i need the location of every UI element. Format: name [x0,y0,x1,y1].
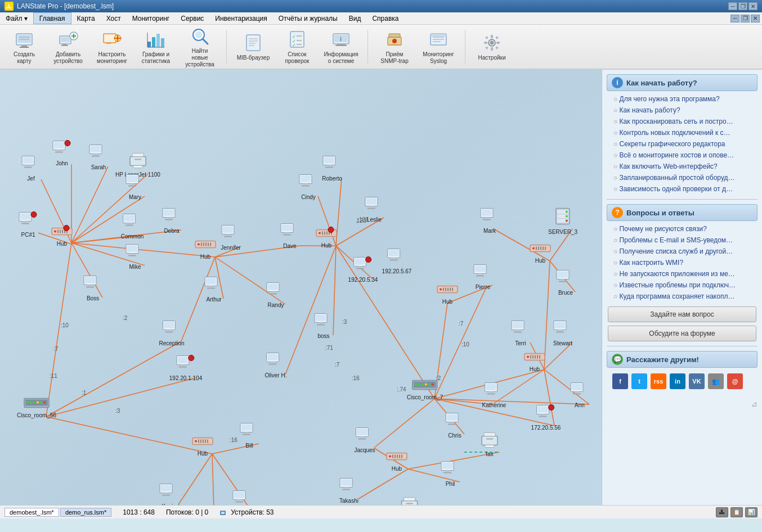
node-Jennifer[interactable]: Jennifer [221,224,241,251]
node-Hub8[interactable]: Hub [191,435,214,457]
menu-home[interactable]: Главная [33,12,71,24]
node-Pierre[interactable]: Pierre [473,264,493,290]
node-192_20_5_34[interactable]: 192.20.5.34 [348,256,378,283]
node-Ann[interactable]: Ann [570,382,590,408]
menu-monitoring[interactable]: Мониторинг [127,12,176,24]
titlebar-controls[interactable]: ─ ❐ ✕ [728,2,757,10]
node-Common[interactable]: Common [121,213,144,240]
qa-link-4[interactable]: Не запускаются приложения из ме… [607,268,757,279]
menu-host[interactable]: Хост [101,12,127,24]
menu-service[interactable]: Сервис [175,12,209,24]
monitor-settings-button[interactable]: Настроить мониторинг [92,27,132,66]
node-123[interactable]: 123 [356,217,366,224]
node-Stewart[interactable]: Stewart [553,320,573,346]
qa-link-0[interactable]: Почему не рисуются связи? [607,223,757,235]
menu-map[interactable]: Карта [71,12,101,24]
menu-inventory[interactable]: Инвентаризация [209,12,272,24]
win-minimize-button[interactable]: ─ [730,15,739,22]
node-Mary[interactable]: Mary [125,174,145,200]
node-Hub1[interactable]: Hub [51,225,73,247]
menu-view[interactable]: Вид [343,12,367,24]
rss-button[interactable]: rss [651,373,666,389]
charts-button[interactable]: Графики и статистика [136,27,176,66]
node-Debra[interactable]: Debra [162,208,182,234]
linkedin-button[interactable]: in [670,373,685,389]
node-SERVER_3[interactable]: SERVER_3 [548,206,577,235]
vk-button[interactable]: VK [689,373,705,389]
ask-question-button[interactable]: Задайте нам вопрос [608,306,756,322]
menu-file[interactable]: Файл ▾ [0,12,33,24]
how-to-link-4[interactable]: Секреты графического редактора [607,138,757,150]
node-John[interactable]: John [52,140,72,166]
find-devices-button[interactable]: Найти новые устройства [180,27,219,66]
email-button[interactable]: @ [727,373,743,389]
create-map-button[interactable]: Создать карту [5,27,44,66]
node-Mike[interactable]: Mike [125,244,145,270]
node-Randy[interactable]: Randy [266,282,286,308]
node-Jacques[interactable]: Jacques [354,427,375,453]
node-Hub5[interactable]: Hub [523,350,546,372]
node-Hub3[interactable]: Hub [315,227,338,249]
minimize-button[interactable]: ─ [728,2,737,10]
node-Hub4[interactable]: Hub [436,283,459,305]
node-Arthur[interactable]: Arthur [204,276,224,303]
how-to-link-1[interactable]: Как начать работу? [607,105,757,116]
node-192_20_5_67[interactable]: 192.20.5.67 [382,248,412,274]
node-Takashi[interactable]: Takashi [339,477,359,504]
node-Dave[interactable]: Dave [280,223,300,249]
how-to-link-7[interactable]: Запланированный простой оборуд… [607,172,757,183]
qa-link-2[interactable]: Получение списка служб и другой… [607,246,757,257]
qa-link-3[interactable]: Как настроить WMI? [607,257,757,268]
how-to-link-5[interactable]: Всё о мониторинге хостов и опове… [607,150,757,161]
mib-button[interactable]: MIB-браузер [234,27,273,66]
resize-handle[interactable]: ⊿ [602,397,762,411]
system-info-button[interactable]: i Информация о системе [321,27,361,66]
menu-reports[interactable]: Отчёты и журналы [273,12,343,24]
facebook-button[interactable]: f [612,373,628,389]
menu-help[interactable]: Справка [366,12,404,24]
how-to-link-3[interactable]: Контроль новых подключений к с… [607,127,757,138]
node-Hub6[interactable]: Hub [529,242,552,264]
node-Chris[interactable]: Chris [445,412,465,439]
status-icon-3[interactable]: 📊 [745,507,757,517]
node-Leslie[interactable]: Leslie [364,196,384,223]
node-Sarah[interactable]: Sarah [88,144,109,170]
node-Jef[interactable]: Jef [21,155,41,182]
node-Kelly[interactable]: Kelly [232,490,252,506]
status-icon-2[interactable]: 📋 [730,507,743,517]
status-icon-1[interactable]: 🖧 [716,507,728,517]
tab-demobest[interactable]: demobest_.lsm* [5,508,59,517]
people-button[interactable]: 👥 [708,373,724,389]
node-Bill[interactable]: Bill [239,422,259,449]
how-to-link-6[interactable]: Как включить Web-интерфейс? [607,161,757,172]
qa-link-6[interactable]: Куда программа сохраняет накопл… [607,291,757,302]
node-Phil[interactable]: Phil [440,461,460,487]
add-device-button[interactable]: Добавить устройство [48,27,88,66]
node-Kevin[interactable]: Kevin [159,483,179,506]
node-Cisco_room_56[interactable]: Cisco_room_56 [17,396,56,418]
node-Reception[interactable]: Reception [159,320,184,346]
forum-button[interactable]: Обсудите на форуме [608,326,756,341]
node-Cindy[interactable]: Cindy [298,174,319,200]
snmp-button[interactable]: Приём SNMP-trap [375,27,414,66]
node-fax[interactable]: fax [479,431,500,457]
node-NPI8E793D[interactable]: NPI8E793D [395,495,425,506]
network-map[interactable]: :10 :7 :11 :1 :3 :16 :71 :7 :16 :.74 :2 … [0,70,602,505]
node-boss2[interactable]: boss [313,313,334,339]
node-192_20_1_104[interactable]: 192.20.1.104 [169,355,202,381]
win-restore-button[interactable]: ❐ [741,15,750,22]
node-172_20_5_56[interactable]: 172.20.5.56 [531,404,561,431]
syslog-button[interactable]: Мониторинг Syslog [419,27,458,66]
close-button[interactable]: ✕ [748,2,757,10]
node-Oliver[interactable]: Oliver H. [265,352,287,378]
node-Terri[interactable]: Terri [510,320,531,346]
how-to-link-0[interactable]: Для чего нужна эта программа? [607,93,757,105]
twitter-button[interactable]: t [631,373,647,389]
node-Cisco_room_7[interactable]: Cisco_room_7 [407,378,443,400]
checklist-button[interactable]: ✓ ✓ ✓ Список проверок [277,27,317,66]
win-close-button[interactable]: ✕ [751,15,760,22]
settings-button[interactable]: Настройки [472,27,512,66]
node-Hub7[interactable]: Hub [386,450,408,472]
how-to-link-2[interactable]: Как просканировать сеть и постро… [607,116,757,127]
node-Katherine[interactable]: Katherine [482,382,506,408]
